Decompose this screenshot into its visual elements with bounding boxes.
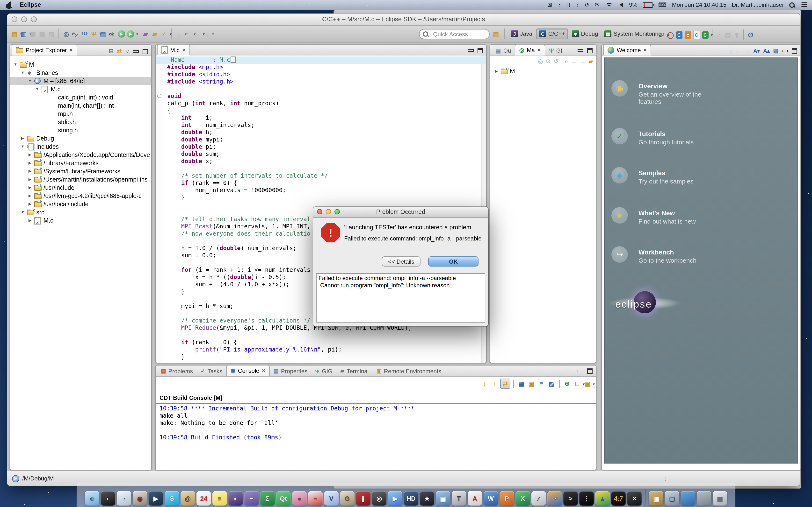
close-icon[interactable]: ✕ bbox=[69, 48, 73, 52]
tree-row[interactable]: ▶h/Applications/Xcode.app/Contents/Deve bbox=[10, 151, 151, 159]
menu-user-name[interactable]: Dr. Marti...einhauser bbox=[732, 0, 784, 10]
dialog-minimize-button[interactable] bbox=[326, 209, 331, 214]
back-button[interactable]: ← bbox=[736, 48, 741, 54]
tab-terminal[interactable]: ▰Terminal bbox=[337, 366, 373, 376]
dock-icon-trash[interactable]: ▦ bbox=[713, 491, 727, 506]
tree-row[interactable]: ▼csrc bbox=[10, 208, 151, 216]
open-element-button[interactable]: ▰ bbox=[141, 30, 150, 38]
profile-button[interactable]: Ψ▾ bbox=[89, 30, 98, 38]
tree-row[interactable]: stdio.h bbox=[10, 118, 151, 126]
maximize-view-icon[interactable] bbox=[477, 48, 483, 53]
zoom-window-button[interactable] bbox=[31, 16, 37, 22]
welcome-item-overview[interactable]: ◉OverviewGet an overview of the features bbox=[611, 80, 771, 114]
close-icon[interactable]: ✕ bbox=[643, 48, 647, 52]
dock-icon-gray-pane[interactable] bbox=[697, 491, 711, 506]
drag-handle[interactable]: ⋮ bbox=[663, 475, 668, 482]
maximize-view-icon[interactable] bbox=[587, 48, 593, 53]
perspective-java[interactable]: JJava bbox=[508, 29, 535, 39]
tree-row[interactable]: ▼▶M – [x86_64/le] bbox=[10, 77, 151, 85]
scroll-down-button[interactable]: ↓ bbox=[480, 379, 489, 388]
dock-icon-media-app[interactable]: ▶ bbox=[149, 491, 163, 506]
dock-icon-visit[interactable]: V bbox=[324, 491, 339, 506]
home-button[interactable]: ⌂ bbox=[565, 58, 568, 65]
dock-icon-app-dark[interactable]: ◐ bbox=[101, 491, 115, 506]
scroll-lock-button[interactable]: ▣ bbox=[527, 379, 536, 388]
profile-green-button[interactable]: Ψ▾ bbox=[657, 31, 666, 39]
dock-icon-safari[interactable]: ◔ bbox=[117, 491, 131, 506]
tab-tasks[interactable]: ✓Tasks bbox=[197, 366, 226, 376]
tree-row[interactable]: ▼.cM.c bbox=[10, 85, 151, 93]
dock-icon-keynote-curtains[interactable]: ∥ bbox=[356, 491, 370, 506]
open-console-button[interactable]: ▣▾ bbox=[583, 379, 592, 388]
new-c-source-button[interactable]: C▾ bbox=[701, 31, 710, 39]
clear-console-button[interactable]: ▨ bbox=[547, 379, 556, 388]
tree-row[interactable]: string.h bbox=[10, 126, 151, 134]
tree-row[interactable]: ▶h/usr/include bbox=[10, 183, 151, 192]
font-larger-button[interactable]: A▴ bbox=[763, 48, 770, 54]
details-button[interactable]: << Details bbox=[382, 257, 420, 267]
tree-row[interactable]: calc_pi(int, int) : void bbox=[10, 93, 151, 101]
dock-icon-blue-pane[interactable] bbox=[681, 491, 695, 506]
quick-access-box[interactable] bbox=[419, 29, 490, 39]
back-button[interactable]: ← bbox=[571, 58, 577, 65]
perspective-c-c-[interactable]: CC/C++ bbox=[536, 29, 568, 39]
display-console-button[interactable]: □▾ bbox=[573, 379, 582, 388]
columns-app-icon[interactable]: Π bbox=[566, 0, 570, 10]
dock-icon-pie-browser[interactable]: ◔ bbox=[547, 491, 562, 506]
welcome-item-samples[interactable]: ◆SamplesTry out the samples bbox=[611, 167, 771, 201]
volume-icon[interactable] bbox=[617, 2, 623, 7]
quick-access-input[interactable] bbox=[432, 30, 477, 38]
dock-icon-pink-app[interactable]: ● bbox=[292, 491, 307, 506]
binary-file-button[interactable]: 010 bbox=[80, 30, 89, 38]
dock-icon-google-drive[interactable]: ▲ bbox=[595, 491, 610, 506]
dock-icon-tower[interactable]: T bbox=[452, 491, 466, 506]
build-variant-button[interactable]: ◎▾ bbox=[62, 30, 70, 38]
folding-ruler[interactable]: +− bbox=[156, 56, 163, 362]
spotlight-icon[interactable] bbox=[789, 2, 795, 7]
new-c-folder-button[interactable]: c▾ bbox=[683, 31, 692, 39]
tree-row[interactable]: ▶h/Users/martin/Installations/openmpi-in… bbox=[10, 175, 151, 183]
tree-row[interactable]: ▼hIncludes bbox=[10, 143, 151, 151]
tree-row[interactable]: ▶h/Library/Frameworks bbox=[10, 159, 151, 167]
maximize-view-icon[interactable] bbox=[792, 48, 797, 54]
link-with-editor-button[interactable]: ⇄ bbox=[117, 48, 122, 55]
tree-row[interactable]: ▶h/usr/local/include bbox=[10, 200, 151, 208]
time-machine-icon[interactable]: ↺ bbox=[585, 0, 590, 10]
dock-icon-excel[interactable]: X bbox=[515, 491, 530, 506]
perspective-system-monitoring[interactable]: ▦System Monitoring bbox=[602, 29, 664, 39]
console-output[interactable]: 10:39:58 **** Incremental Build of confi… bbox=[159, 405, 414, 441]
battery-icon[interactable] bbox=[643, 2, 653, 7]
tree-row[interactable]: ▶.cM.c bbox=[10, 216, 151, 225]
run-button[interactable]: ▶▾ bbox=[117, 30, 126, 38]
tab-project-explorer[interactable]: Project Explorer ✕ bbox=[12, 44, 77, 56]
scroll-up-button[interactable]: ↑ bbox=[490, 379, 499, 388]
dock-icon-ball-app[interactable]: ◓ bbox=[308, 491, 323, 506]
tree-row[interactable]: main(int, char*[]) : int bbox=[10, 101, 151, 110]
dock-icon-qt-creator[interactable]: Qt bbox=[276, 491, 291, 506]
debug-button[interactable]: ∗▾ bbox=[108, 30, 116, 38]
external-tools-button[interactable]: ▶▾ bbox=[126, 30, 135, 38]
dialog-close-button[interactable] bbox=[317, 209, 322, 214]
apple-menu-icon[interactable] bbox=[6, 1, 12, 8]
mark-occurrences-button[interactable]: ∅ bbox=[746, 31, 755, 39]
new-c-project-button[interactable]: ▤▾ bbox=[10, 30, 19, 38]
dock-icon-video-hd[interactable]: HD bbox=[404, 491, 418, 506]
dock-icon-aperture[interactable]: ◎ bbox=[372, 491, 387, 506]
tab-editor-mc[interactable]: .c M.c ✕ bbox=[157, 44, 190, 56]
pin-console-button[interactable]: ⊕ bbox=[563, 379, 572, 388]
dock-icon-photo-booth[interactable]: ◉ bbox=[133, 491, 147, 506]
keyboard-viewer-icon[interactable]: ⌨ bbox=[658, 0, 667, 10]
dock-icon-adobe-reader[interactable]: A bbox=[468, 491, 482, 506]
tree-row[interactable]: ▶Debug bbox=[10, 134, 151, 143]
dock-icon-gimp[interactable]: G bbox=[340, 491, 355, 506]
dock-icon-notes[interactable]: ≡ bbox=[212, 491, 227, 506]
tree-row[interactable]: mpi.h bbox=[10, 110, 151, 118]
minimize-window-button[interactable] bbox=[21, 16, 27, 22]
dock-icon-sigma-app[interactable]: Σ bbox=[260, 491, 275, 506]
dock-icon-mail[interactable]: @ bbox=[181, 491, 195, 506]
dock-icon-eclipse[interactable]: ◐ bbox=[229, 491, 243, 506]
perspective-debug[interactable]: ∗Debug bbox=[569, 29, 601, 39]
dock-icon-led-clock[interactable]: 4:7 bbox=[611, 491, 626, 506]
ok-button[interactable]: OK bbox=[428, 257, 478, 267]
save-console-button[interactable]: ▦ bbox=[517, 379, 526, 388]
